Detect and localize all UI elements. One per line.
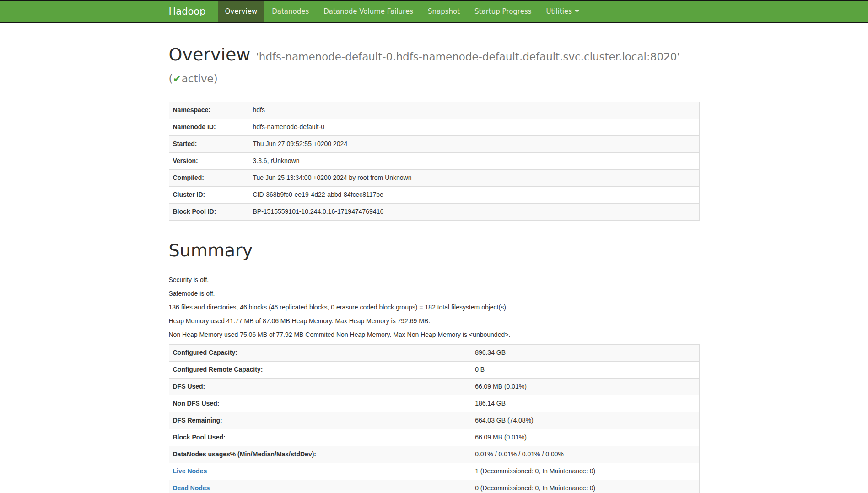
row-value: 186.14 GB bbox=[471, 395, 699, 412]
main-content: Overview 'hdfs-namenode-default-0.hdfs-n… bbox=[169, 44, 700, 493]
table-row: Dead Nodes 0 (Decommissioned: 0, In Main… bbox=[169, 480, 699, 493]
nav-tab-overview[interactable]: Overview bbox=[218, 1, 265, 22]
row-value: Thu Jun 27 09:52:55 +0200 2024 bbox=[249, 135, 699, 152]
row-value: 664.03 GB (74.08%) bbox=[471, 412, 699, 429]
summary-nonheap-line: Non Heap Memory used 75.06 MB of 77.92 M… bbox=[169, 330, 700, 340]
row-label: Namespace: bbox=[169, 102, 249, 119]
row-value: BP-1515559101-10.244.0.16-1719474769416 bbox=[249, 203, 699, 220]
row-value: Tue Jun 25 13:34:00 +0200 2024 by root f… bbox=[249, 169, 699, 186]
row-value: 0.01% / 0.01% / 0.01% / 0.00% bbox=[471, 446, 699, 463]
row-label: Configured Capacity: bbox=[169, 345, 471, 362]
nav-tab-utilities-label: Utilities bbox=[546, 7, 572, 16]
table-row: Block Pool Used: 66.09 MB (0.01%) bbox=[169, 429, 699, 446]
active-status-check-icon: ✔ bbox=[173, 73, 181, 85]
nav-tab-snapshot[interactable]: Snapshot bbox=[421, 1, 467, 22]
table-row: Namenode ID: hdfs-namenode-default-0 bbox=[169, 119, 699, 135]
table-row: Namespace: hdfs bbox=[169, 102, 699, 119]
row-value: 0 B bbox=[471, 362, 699, 379]
row-label: DFS Remaining: bbox=[169, 412, 471, 429]
table-row: DFS Used: 66.09 MB (0.01%) bbox=[169, 379, 699, 395]
nav-tab-datanodes[interactable]: Datanodes bbox=[264, 1, 316, 22]
table-row: Block Pool ID: BP-1515559101-10.244.0.16… bbox=[169, 203, 699, 220]
overview-page-header: Overview 'hdfs-namenode-default-0.hdfs-n… bbox=[169, 44, 700, 92]
row-value: hdfs-namenode-default-0 bbox=[249, 119, 699, 135]
nav-tab-datanode-volume-failures[interactable]: Datanode Volume Failures bbox=[316, 1, 421, 22]
row-label: Namenode ID: bbox=[169, 119, 249, 135]
row-value: 1 (Decommissioned: 0, In Maintenance: 0) bbox=[471, 463, 699, 480]
live-nodes-link[interactable]: Live Nodes bbox=[173, 467, 207, 475]
row-label: Live Nodes bbox=[169, 463, 471, 480]
caret-down-icon bbox=[575, 10, 579, 12]
page-title: Overview 'hdfs-namenode-default-0.hdfs-n… bbox=[169, 44, 700, 87]
row-label: Started: bbox=[169, 135, 249, 152]
row-value: 66.09 MB (0.01%) bbox=[471, 379, 699, 395]
page-title-text: Overview bbox=[169, 44, 251, 65]
row-value: 3.3.6, rUnknown bbox=[249, 152, 699, 169]
table-row: Started: Thu Jun 27 09:52:55 +0200 2024 bbox=[169, 135, 699, 152]
table-row: Compiled: Tue Jun 25 13:34:00 +0200 2024… bbox=[169, 169, 699, 186]
row-label: Dead Nodes bbox=[169, 480, 471, 493]
row-label: Configured Remote Capacity: bbox=[169, 362, 471, 379]
overview-info-table: Namespace: hdfs Namenode ID: hdfs-nameno… bbox=[169, 102, 700, 221]
row-label: Block Pool Used: bbox=[169, 429, 471, 446]
row-value: 66.09 MB (0.01%) bbox=[471, 429, 699, 446]
row-label: Version: bbox=[169, 152, 249, 169]
table-row: DataNodes usages% (Min/Median/Max/stdDev… bbox=[169, 446, 699, 463]
hadoop-brand: Hadoop bbox=[169, 1, 218, 22]
navbar-container: Hadoop Overview Datanodes Datanode Volum… bbox=[169, 1, 700, 22]
table-row: DFS Remaining: 664.03 GB (74.08%) bbox=[169, 412, 699, 429]
table-row: Configured Capacity: 896.34 GB bbox=[169, 345, 699, 362]
row-label: Block Pool ID: bbox=[169, 203, 249, 220]
summary-files-blocks-line: 136 files and directories, 46 blocks (46… bbox=[169, 303, 700, 312]
row-label: Cluster ID: bbox=[169, 186, 249, 203]
row-value: 0 (Decommissioned: 0, In Maintenance: 0) bbox=[471, 480, 699, 493]
namenode-address: 'hdfs-namenode-default-0.hdfs-namenode-d… bbox=[256, 51, 680, 63]
row-value: CID-368b9fc0-ee19-4d22-abbd-84fcec8117be bbox=[249, 186, 699, 203]
row-label: DataNodes usages% (Min/Median/Max/stdDev… bbox=[169, 446, 471, 463]
summary-section-header: Summary bbox=[169, 240, 700, 267]
namenode-status: (✔active) bbox=[169, 73, 218, 85]
row-label: Non DFS Used: bbox=[169, 395, 471, 412]
summary-heap-line: Heap Memory used 41.77 MB of 87.06 MB He… bbox=[169, 317, 700, 326]
status-label: active bbox=[182, 73, 214, 85]
summary-safemode-line: Safemode is off. bbox=[169, 289, 700, 298]
summary-stats-table: Configured Capacity: 896.34 GB Configure… bbox=[169, 344, 700, 493]
status-close-paren: ) bbox=[214, 73, 218, 85]
table-row: Live Nodes 1 (Decommissioned: 0, In Main… bbox=[169, 463, 699, 480]
row-label: Compiled: bbox=[169, 169, 249, 186]
row-label: DFS Used: bbox=[169, 379, 471, 395]
table-row: Configured Remote Capacity: 0 B bbox=[169, 362, 699, 379]
row-value: 896.34 GB bbox=[471, 345, 699, 362]
nav-tab-startup-progress[interactable]: Startup Progress bbox=[467, 1, 539, 22]
dead-nodes-link[interactable]: Dead Nodes bbox=[173, 484, 210, 492]
nav-tab-utilities-dropdown[interactable]: Utilities bbox=[539, 1, 587, 22]
row-value: hdfs bbox=[249, 102, 699, 119]
top-navbar: Hadoop Overview Datanodes Datanode Volum… bbox=[0, 0, 868, 23]
table-row: Version: 3.3.6, rUnknown bbox=[169, 152, 699, 169]
summary-heading: Summary bbox=[169, 240, 700, 262]
table-row: Cluster ID: CID-368b9fc0-ee19-4d22-abbd-… bbox=[169, 186, 699, 203]
summary-security-line: Security is off. bbox=[169, 276, 700, 285]
table-row: Non DFS Used: 186.14 GB bbox=[169, 395, 699, 412]
